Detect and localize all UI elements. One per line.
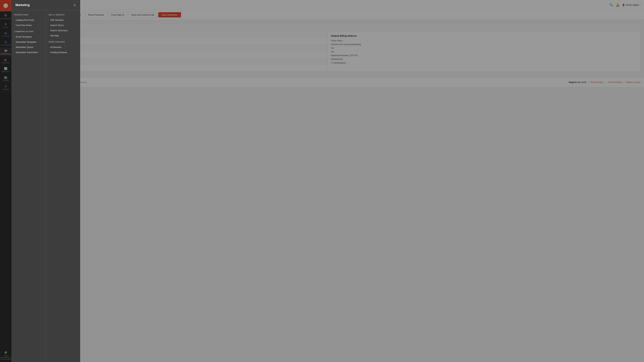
seo-search-section-title: SEO & Search xyxy=(49,14,78,16)
menu-item-cart-price-rules[interactable]: Cart Price Rules xyxy=(14,23,43,28)
panel-col-right: SEO & Search URL Rewrites Search Terms S… xyxy=(46,10,80,87)
menu-item-newsletter-subscribers[interactable]: Newsletter Subscribers xyxy=(14,50,43,55)
user-content-section-title: User Content xyxy=(49,41,78,43)
menu-item-newsletter-templates[interactable]: Newsletter Templates xyxy=(14,39,43,44)
menu-item-email-templates[interactable]: Email Templates xyxy=(14,34,43,39)
marketing-menu-panel: Marketing ✕ Promotions Catalog Price Rul… xyxy=(12,0,80,87)
menu-item-url-rewrites[interactable]: URL Rewrites xyxy=(49,17,78,23)
panel-title: Marketing xyxy=(16,3,30,7)
panel-body: Promotions Catalog Price Rule Cart Price… xyxy=(12,10,80,87)
menu-item-search-synonyms[interactable]: Search Synonyms xyxy=(49,28,78,33)
menu-item-search-terms[interactable]: Search Terms xyxy=(49,23,78,28)
promotions-section-title: Promotions xyxy=(14,14,43,16)
menu-item-pending-reviews[interactable]: Pending Reviews xyxy=(49,50,78,55)
panel-header: Marketing ✕ xyxy=(12,0,80,10)
menu-item-newsletter-queue[interactable]: Newsletter Queue xyxy=(14,44,43,50)
menu-overlay[interactable] xyxy=(0,0,644,87)
menu-item-site-map[interactable]: Site Map xyxy=(49,33,78,38)
communications-section-title: Communications xyxy=(14,30,43,32)
panel-col-left: Promotions Catalog Price Rule Cart Price… xyxy=(12,10,46,87)
menu-item-catalog-price-rule[interactable]: Catalog Price Rule xyxy=(14,17,43,23)
menu-item-all-reviews[interactable]: All Reviews xyxy=(49,44,78,50)
close-icon[interactable]: ✕ xyxy=(73,3,76,7)
